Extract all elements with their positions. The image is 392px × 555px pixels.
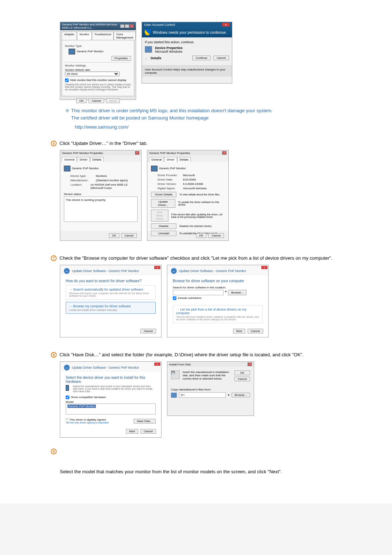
disable-button[interactable]: Disable [151,223,176,229]
step9-text: Select the model that matches your monit… [60,469,341,474]
option-browse-computer[interactable]: → Browse my computer for driver software… [66,302,156,314]
chevron-down-icon[interactable]: ⌄ [145,56,148,60]
monitor-type-value: Generic PnP Monitor [77,50,103,53]
tab-details[interactable]: Details [90,157,104,162]
browse-button[interactable]: Browse... [228,290,246,295]
properties-button[interactable]: Properties [111,56,131,61]
step8-text: Click "Have Disk…" and select the folder… [60,352,303,357]
uac-title: User Account Control [144,23,175,27]
close-button[interactable]: × [154,362,160,366]
ok-button[interactable]: OK [196,233,207,238]
search-label: Search for driver software in this locat… [173,286,263,289]
next-button[interactable]: Next [233,329,245,333]
shield-icon [145,29,151,35]
uac-cancel-button[interactable]: Cancel [213,56,229,60]
device-name: Generic PnP Monitor [159,167,186,170]
close-button[interactable]: × [248,362,252,366]
uac-close-button[interactable]: × [222,23,230,27]
note-line2: The certified driver will be posted on S… [71,115,209,121]
rollback-button[interactable]: Roll Back Driver [151,210,168,222]
uac-headline: Windows needs your permission to contion… [153,31,227,35]
disk-icon: 💾 [171,370,180,379]
details-toggle[interactable]: Details [151,56,189,60]
close-button[interactable]: × [222,151,226,155]
tab-color[interactable]: Color Management [114,32,136,40]
model-label: Model [66,400,156,404]
monitor-icon [64,166,70,171]
general-properties-dialog: Generic PnP Monitor Properties × General… [60,150,142,241]
tab-general[interactable]: General [62,157,77,162]
certification-note: ※ This monitor driver is under certifyin… [65,107,341,130]
uninstall-button[interactable]: Uninstall [151,231,176,236]
status-label: Device status [64,193,138,196]
path-input[interactable] [179,392,226,398]
refresh-rate-select[interactable]: 60 Hertz [65,72,119,76]
maximize-button[interactable]: □ [125,24,129,28]
cancel-button[interactable]: Cancel [140,329,156,333]
signing-link[interactable]: Tell me why driver signing is important [66,421,109,424]
back-button[interactable]: ← [64,365,70,370]
tab-general[interactable]: General [149,157,164,162]
option-pick-from-list[interactable]: → Let me pick from a list of device driv… [173,305,263,323]
tab-monitor[interactable]: Monitor [77,32,92,40]
wizard-crumb: Update Driver Software - Generic PnP Mon… [72,269,139,273]
wizard-sub: Select the manufacturer and model of you… [73,385,156,393]
uac-footer: User Account Control helps stop unauthor… [142,65,232,77]
step-badge-9: 9 [51,449,57,454]
back-button[interactable]: ← [171,268,177,274]
select-driver-wizard: × ← Update Driver Software - Generic PnP… [60,361,162,438]
hide-modes-checkbox[interactable] [65,78,69,82]
next-button[interactable]: Next [126,429,138,434]
disk-msg: Insert the manufacturer's installation d… [183,370,232,381]
tab-details[interactable]: Details [177,157,191,162]
browse-driver-wizard: × ← Update Driver Software - Generic PnP… [167,265,269,337]
continue-button[interactable]: Continue [192,56,211,60]
wizard-crumb: Update Driver Software - Generic PnP Mon… [72,366,139,369]
model-list[interactable]: Generic PnP Monitor [66,404,156,414]
hide-modes-note: Clearing this check box allows you to se… [65,83,131,91]
close-button[interactable]: × [261,266,268,269]
driver-details-button[interactable]: Driver Details [151,192,176,197]
settings-label: Monitor Settings [65,64,131,67]
apply-button[interactable]: Apply [106,98,120,103]
step-badge-7: 7 [51,255,57,261]
dialog-title: Generic PnP Monitor Properties [149,151,190,155]
tabs: Adapter Monitor Troubleshoot Color Manag… [60,30,136,40]
device-name: Generic PnP Monitor [72,167,99,170]
location-input[interactable] [173,290,224,295]
option-search-auto[interactable]: → Search automatically for updated drive… [66,285,156,300]
tab-driver[interactable]: Driver [164,157,177,162]
wizard-heading: How do you want to search for driver sof… [66,279,156,283]
hide-modes-label: Hide modes that this monitor cannot disp… [70,78,126,82]
minimize-button[interactable]: _ [120,24,124,28]
tab-troubleshoot[interactable]: Troubleshoot [92,32,114,40]
have-disk-button[interactable]: Have Disk... [134,419,156,424]
tab-driver[interactable]: Driver [77,157,90,162]
close-button[interactable]: × [135,151,139,155]
wizard-crumb: Update Driver Software - Generic PnP Mon… [179,269,246,273]
cancel-button[interactable]: Cancel [121,233,137,238]
compatible-checkbox[interactable] [66,396,69,399]
close-button[interactable]: × [130,24,134,28]
note-line1: This monitor driver is under certifying … [71,108,273,113]
browse-button[interactable]: Browse... [232,393,250,397]
uac-dialog: User Account Control × Windows needs you… [142,22,232,84]
tab-adapter[interactable]: Adapter [62,32,77,40]
include-subfolders-checkbox[interactable] [173,296,176,300]
ok-button[interactable]: OK [76,98,87,103]
refresh-label: Screen refresh rate: [65,68,131,72]
wizard-heading: Select the device driver you want to ins… [66,376,156,384]
step-badge-8: 8 [51,352,57,358]
cancel-button[interactable]: Cancel [89,98,104,103]
ok-button[interactable]: OK [109,233,120,238]
close-button[interactable]: × [154,266,160,269]
device-icon [145,46,152,53]
ok-button[interactable]: OK [234,370,250,375]
cancel-button[interactable]: Cancel [208,233,224,238]
samsung-link[interactable]: http://www.samsung.com/ [75,124,273,130]
cancel-button[interactable]: Cancel [234,377,250,381]
update-driver-button[interactable]: Update Driver... [151,199,175,208]
cancel-button[interactable]: Cancel [248,329,263,333]
back-button[interactable]: ← [64,268,70,274]
cancel-button[interactable]: Cancel [140,429,156,434]
